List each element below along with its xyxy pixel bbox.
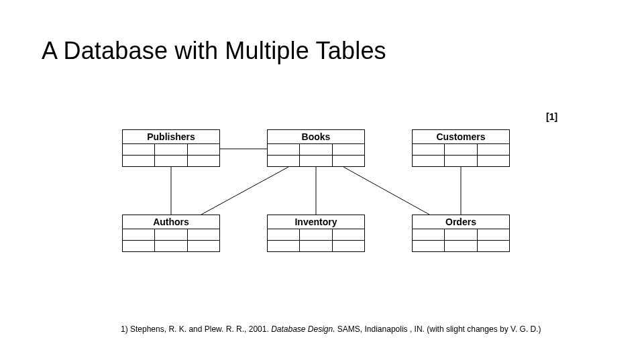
- table-row: [268, 229, 365, 241]
- svg-line-4: [343, 167, 429, 215]
- table-header: Orders: [413, 215, 510, 229]
- table-row: [123, 156, 220, 167]
- table-row: [123, 241, 220, 252]
- table-orders: Orders: [412, 215, 510, 252]
- citation-title: Database Design.: [271, 324, 335, 334]
- citation-suffix: SAMS, Indianapolis , IN. (with slight ch…: [335, 324, 541, 334]
- slide: A Database with Multiple Tables [1] Publ…: [0, 0, 644, 362]
- table-row: [123, 229, 220, 241]
- slide-title: A Database with Multiple Tables: [42, 37, 386, 65]
- table-publishers: Publishers: [122, 129, 220, 167]
- table-header: Authors: [123, 215, 220, 229]
- table-row: [413, 156, 510, 167]
- table-row: [413, 144, 510, 156]
- table-row: [268, 241, 365, 252]
- table-authors: Authors: [122, 215, 220, 252]
- table-row: [268, 156, 365, 167]
- table-row: [123, 144, 220, 156]
- table-header: Inventory: [268, 215, 365, 229]
- citation: 1) Stephens, R. K. and Plew. R. R., 2001…: [121, 324, 541, 334]
- svg-line-3: [201, 167, 288, 215]
- reference-marker: [1]: [546, 111, 557, 122]
- table-customers: Customers: [412, 129, 510, 167]
- citation-prefix: 1) Stephens, R. K. and Plew. R. R., 2001…: [121, 324, 271, 334]
- table-row: [413, 241, 510, 252]
- table-books: Books: [267, 129, 365, 167]
- table-row: [413, 229, 510, 241]
- table-header: Books: [268, 130, 365, 144]
- table-header: Customers: [413, 130, 510, 144]
- table-inventory: Inventory: [267, 215, 365, 252]
- table-row: [268, 144, 365, 156]
- table-header: Publishers: [123, 130, 220, 144]
